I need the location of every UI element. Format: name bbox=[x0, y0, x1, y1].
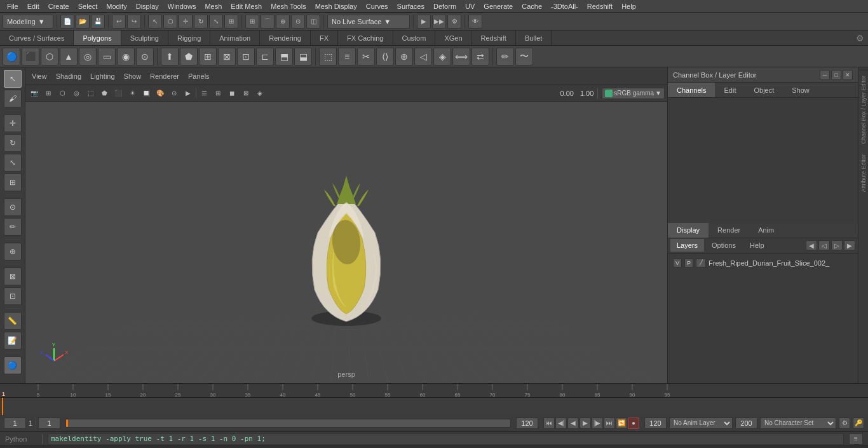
menu-edit[interactable]: Edit bbox=[23, 0, 44, 12]
shelf-bridge[interactable]: ⊏ bbox=[256, 48, 274, 65]
layer-prev-btn[interactable]: ◀ bbox=[806, 240, 817, 250]
render-seq-btn[interactable]: ▶▶ bbox=[432, 15, 446, 29]
redo-btn[interactable]: ↪ bbox=[127, 15, 141, 29]
tab-rendering[interactable]: Rendering bbox=[260, 31, 311, 45]
cb-tab-channels[interactable]: Channels bbox=[668, 83, 715, 97]
char-set-settings-btn[interactable]: ⚙ bbox=[839, 417, 850, 429]
disp-tab-display[interactable]: Display bbox=[668, 223, 709, 238]
new-file-btn[interactable]: 📄 bbox=[60, 15, 74, 29]
shelf-edge-loop[interactable]: ⬚ bbox=[319, 48, 337, 65]
transform-btn[interactable]: ⊞ bbox=[224, 15, 238, 29]
vp-display-btn[interactable]: ◎ bbox=[70, 87, 83, 100]
vp-sel-btn[interactable]: ⊠ bbox=[240, 87, 252, 100]
menu-deform[interactable]: Deform bbox=[429, 0, 461, 12]
cb-tab-object[interactable]: Object bbox=[745, 83, 783, 97]
shelf-extract[interactable]: ⊡ bbox=[237, 48, 255, 65]
layer-next-btn[interactable]: ▶ bbox=[844, 240, 855, 250]
vp-wireframe-btn[interactable]: ⬚ bbox=[84, 87, 97, 100]
anim-end-input[interactable] bbox=[644, 417, 667, 429]
side-label-attribute-editor[interactable]: Attribute Editor bbox=[859, 149, 868, 198]
vp-hud-btn[interactable]: ☰ bbox=[198, 87, 210, 100]
shelf-torus[interactable]: ◎ bbox=[79, 48, 97, 65]
shelf-extrude[interactable]: ⬆ bbox=[161, 48, 179, 65]
tab-animation[interactable]: Animation bbox=[210, 31, 260, 45]
snap-dropdown[interactable]: No Live Surface ▼ bbox=[327, 15, 410, 29]
range-start-input[interactable] bbox=[38, 417, 60, 429]
rotate-tool-btn[interactable]: ↻ bbox=[4, 134, 22, 152]
shelf-duplicate-face[interactable]: ◈ bbox=[433, 48, 451, 65]
menu-mesh-display[interactable]: Mesh Display bbox=[311, 0, 362, 12]
universal-manip-btn[interactable]: ⊞ bbox=[4, 173, 22, 191]
viewport-canvas[interactable]: X Y Z persp bbox=[25, 102, 667, 383]
tab-redshift[interactable]: Redshift bbox=[472, 31, 516, 45]
tab-bullet[interactable]: Bullet bbox=[516, 31, 552, 45]
vp-grid-btn[interactable]: ⊞ bbox=[212, 87, 224, 100]
menu-uv[interactable]: UV bbox=[461, 0, 479, 12]
menu-mesh-tools[interactable]: Mesh Tools bbox=[266, 0, 310, 12]
shelf-bevel[interactable]: ⬟ bbox=[180, 48, 198, 65]
render-settings-btn[interactable]: ⚙ bbox=[447, 15, 461, 29]
shelf-cone[interactable]: ▲ bbox=[60, 48, 78, 65]
snap-pts-btn[interactable]: ⊡ bbox=[4, 287, 22, 305]
snap-surface-btn[interactable]: ⊙ bbox=[291, 15, 305, 29]
lasso-btn[interactable]: ⬡ bbox=[163, 15, 177, 29]
menu-file[interactable]: File bbox=[3, 0, 23, 12]
shelf-disk[interactable]: ◉ bbox=[117, 48, 135, 65]
shelf-append[interactable]: ⬓ bbox=[294, 48, 312, 65]
shelf-pipe[interactable]: ⊙ bbox=[136, 48, 154, 65]
undo-btn[interactable]: ↩ bbox=[112, 15, 126, 29]
go-end-btn[interactable]: ⏭ bbox=[604, 417, 615, 429]
workspace-dropdown[interactable]: Modeling ▼ bbox=[3, 15, 53, 29]
cb-float-btn[interactable]: □ bbox=[831, 70, 841, 80]
select-btn[interactable]: ↖ bbox=[148, 15, 162, 29]
tab-custom[interactable]: Custom bbox=[393, 31, 436, 45]
key-settings-btn[interactable]: 🔑 bbox=[853, 417, 864, 429]
shelf-sphere[interactable]: 🔵 bbox=[3, 48, 20, 65]
render-frame-btn[interactable]: ▶ bbox=[417, 15, 431, 29]
layer-p-btn[interactable]: P bbox=[684, 259, 693, 268]
vp-persp-btn[interactable]: ⊞ bbox=[42, 87, 55, 100]
vp-view-menu[interactable]: View bbox=[29, 72, 50, 80]
scale-btn[interactable]: ⤡ bbox=[209, 15, 223, 29]
snap-grid-btn[interactable]: ⊞ bbox=[245, 15, 259, 29]
shelf-reverse[interactable]: ⇄ bbox=[471, 48, 489, 65]
move-tool-btn[interactable]: ✛ bbox=[4, 114, 22, 132]
menu-edit-mesh[interactable]: Edit Mesh bbox=[226, 0, 266, 12]
timeline-range-bar[interactable] bbox=[65, 419, 511, 428]
shelf-wedge[interactable]: ◁ bbox=[414, 48, 432, 65]
menu-help[interactable]: Help bbox=[617, 0, 641, 12]
vp-smooth-btn[interactable]: ⬟ bbox=[98, 87, 111, 100]
snap-curve-btn[interactable]: ⌒ bbox=[261, 15, 275, 29]
anim-layer-dropdown[interactable]: No Anim Layer bbox=[669, 417, 733, 429]
menu-display[interactable]: Display bbox=[132, 0, 163, 12]
sculpt-btn[interactable]: ✏ bbox=[4, 218, 22, 236]
playback-end-input[interactable] bbox=[735, 417, 757, 429]
cb-minimize-btn[interactable]: ─ bbox=[820, 70, 830, 80]
loop-btn[interactable]: 🔁 bbox=[616, 417, 627, 429]
vp-renderer-menu[interactable]: Renderer bbox=[147, 72, 182, 80]
layer-prev-vis-btn[interactable]: ◁ bbox=[818, 240, 830, 250]
play-back-btn[interactable]: ◀ bbox=[567, 417, 579, 429]
disp-tab-anim[interactable]: Anim bbox=[749, 223, 783, 238]
shelf-sculpt[interactable]: ✏ bbox=[496, 48, 514, 65]
select-tool-btn[interactable]: ↖ bbox=[4, 70, 22, 88]
tab-polygons[interactable]: Polygons bbox=[74, 31, 121, 45]
menu-mesh[interactable]: Mesh bbox=[200, 0, 226, 12]
menu-3dto[interactable]: -3DtoAll- bbox=[546, 0, 583, 12]
shelf-plane[interactable]: ▭ bbox=[98, 48, 116, 65]
shelf-delete-edge[interactable]: ✂ bbox=[357, 48, 375, 65]
layer-row-item[interactable]: V P ╱ Fresh_Riped_Durian_Fruit_Slice_002… bbox=[670, 256, 855, 270]
layer-next-vis-btn[interactable]: ▷ bbox=[831, 240, 843, 250]
shelf-connect[interactable]: ≡ bbox=[338, 48, 356, 65]
shelf-relax[interactable]: 〜 bbox=[515, 48, 533, 65]
auto-key-btn[interactable]: ● bbox=[628, 417, 639, 429]
layer-visibility-btn[interactable]: V bbox=[673, 259, 682, 268]
side-label-channel-box[interactable]: Channel Box / Layer Editor bbox=[859, 70, 868, 149]
paint-select-btn[interactable]: 🖌 bbox=[4, 90, 22, 107]
tab-fx[interactable]: FX bbox=[311, 31, 338, 45]
render-preview-btn[interactable]: 🔵 bbox=[4, 356, 22, 374]
tab-sculpting[interactable]: Sculpting bbox=[121, 31, 168, 45]
menu-create[interactable]: Create bbox=[44, 0, 74, 12]
script-editor-btn[interactable]: ≡ bbox=[849, 433, 863, 445]
vp-shaded-btn[interactable]: ⬛ bbox=[112, 87, 125, 100]
